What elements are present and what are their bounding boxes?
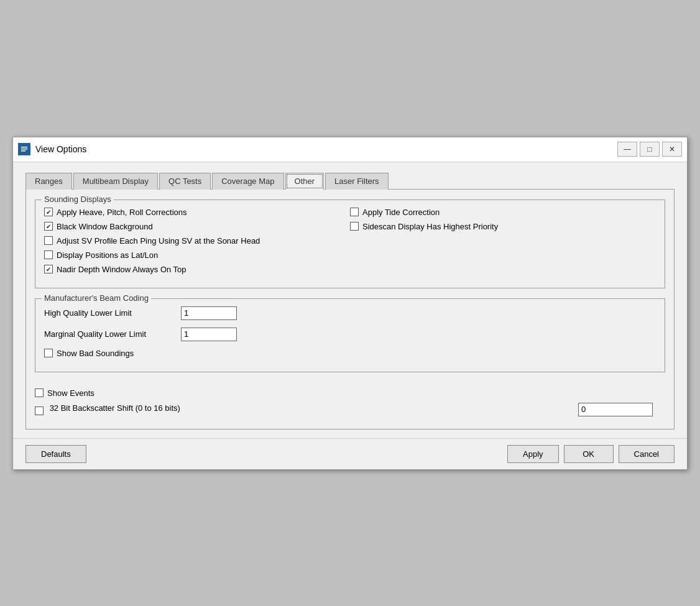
backscatter-label-wrap: 32 Bit Backscatter Shift (0 to 16 bits) (35, 403, 578, 415)
checkbox-row-3: Adjust SV Profile Each Ping Using SV at … (44, 236, 656, 246)
tab-bar: Ranges Multibeam Display QC Tests Covera… (25, 172, 675, 190)
high-quality-row: High Quality Lower Limit (44, 306, 656, 320)
minimize-button[interactable]: — (617, 142, 637, 157)
cb-apply-heave[interactable] (44, 208, 53, 216)
tab-multibeam-display[interactable]: Multibeam Display (73, 173, 158, 190)
cb-nadir-depth[interactable] (44, 265, 53, 273)
input-backscatter[interactable] (578, 403, 653, 416)
checkbox-row-2: Black Window Background Sidescan Display… (44, 222, 656, 231)
cb-show-bad-soundings[interactable] (44, 349, 53, 357)
label-display-positions: Display Positions as Lat/Lon (57, 250, 158, 260)
sounding-displays-group: Sounding Displays Apply Heave, Pitch, Ro… (35, 200, 665, 288)
beam-coding-title: Manufacturer's Beam Coding (42, 293, 151, 303)
label-adjust-sv: Adjust SV Profile Each Ping Using SV at … (57, 236, 260, 246)
col-black-window: Black Window Background (44, 222, 350, 231)
window-title: View Options (35, 144, 617, 154)
window-content: Ranges Multibeam Display QC Tests Covera… (13, 162, 687, 438)
ok-button[interactable]: OK (564, 445, 614, 463)
show-events-row: Show Events (35, 388, 665, 398)
apply-button[interactable]: Apply (507, 445, 559, 463)
standalone-section: Show Events 32 Bit Backscatter Shift (0 … (35, 382, 665, 420)
checkbox-row-1: Apply Heave, Pitch, Roll Corrections App… (44, 208, 656, 217)
close-button[interactable]: ✕ (662, 142, 682, 157)
label-sidescan-priority: Sidescan Display Has Highest Priority (362, 222, 498, 231)
checkbox-row-5: Nadir Depth Window Always On Top (44, 265, 656, 274)
bottom-bar: Defaults Apply OK Cancel (13, 438, 687, 469)
main-window: View Options — □ ✕ Ranges Multibeam Disp… (12, 137, 688, 470)
window-controls: — □ ✕ (617, 142, 682, 157)
label-apply-tide: Apply Tide Correction (362, 208, 440, 217)
tab-qc-tests[interactable]: QC Tests (159, 173, 211, 190)
cb-adjust-sv[interactable] (44, 236, 53, 245)
maximize-button[interactable]: □ (640, 142, 660, 157)
col-apply-heave: Apply Heave, Pitch, Roll Corrections (44, 208, 350, 217)
svg-rect-3 (21, 150, 25, 152)
input-marginal-quality[interactable] (181, 328, 237, 341)
cb-sidescan-priority[interactable] (350, 222, 359, 231)
tab-laser-filters[interactable]: Laser Filters (325, 173, 389, 190)
cb-show-events[interactable] (35, 388, 44, 397)
tab-other[interactable]: Other (285, 173, 325, 190)
label-apply-heave: Apply Heave, Pitch, Roll Corrections (57, 208, 187, 217)
svg-rect-2 (21, 149, 27, 150)
label-backscatter: 32 Bit Backscatter Shift (0 to 16 bits) (50, 403, 180, 413)
checkbox-row-4: Display Positions as Lat/Lon (44, 250, 656, 260)
label-high-quality: High Quality Lower Limit (44, 308, 181, 318)
tab-ranges[interactable]: Ranges (25, 173, 72, 190)
cb-apply-tide[interactable] (350, 208, 359, 216)
label-black-window: Black Window Background (57, 222, 153, 231)
cb-black-window[interactable] (44, 222, 53, 231)
app-icon (18, 143, 30, 155)
col-apply-tide: Apply Tide Correction (350, 208, 656, 217)
cb-backscatter[interactable] (35, 406, 44, 415)
cb-display-positions[interactable] (44, 250, 53, 259)
beam-coding-group: Manufacturer's Beam Coding High Quality … (35, 298, 665, 372)
tab-coverage-map[interactable]: Coverage Map (212, 173, 283, 190)
cancel-button[interactable]: Cancel (619, 445, 675, 463)
input-high-quality[interactable] (181, 306, 237, 320)
svg-rect-1 (21, 147, 27, 148)
marginal-quality-row: Marginal Quality Lower Limit (44, 328, 656, 341)
label-nadir-depth: Nadir Depth Window Always On Top (57, 265, 187, 274)
backscatter-row: 32 Bit Backscatter Shift (0 to 16 bits) (35, 403, 665, 416)
col-sidescan: Sidescan Display Has Highest Priority (350, 222, 656, 231)
label-show-bad-soundings: Show Bad Soundings (57, 349, 134, 358)
label-show-events: Show Events (47, 388, 94, 398)
show-bad-soundings-row: Show Bad Soundings (44, 349, 656, 358)
defaults-button[interactable]: Defaults (25, 445, 86, 463)
title-bar: View Options — □ ✕ (13, 137, 687, 162)
label-marginal-quality: Marginal Quality Lower Limit (44, 329, 181, 339)
sounding-displays-title: Sounding Displays (42, 195, 114, 204)
tab-content-other: Sounding Displays Apply Heave, Pitch, Ro… (25, 190, 675, 429)
